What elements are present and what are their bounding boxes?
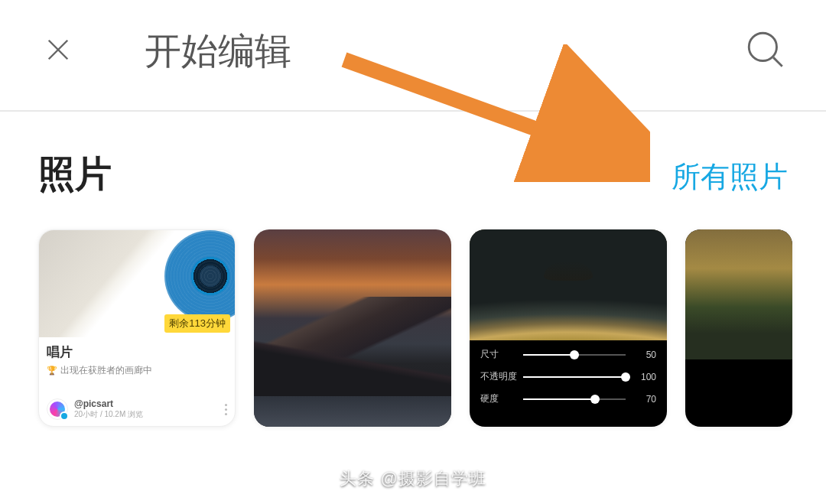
time-remaining-badge: 剩余113分钟 [164,314,230,333]
all-photos-link[interactable]: 所有照片 [672,158,788,197]
header-bar: 开始编辑 [0,0,826,112]
svg-line-3 [773,57,782,67]
photos-section-header: 照片 所有照片 [0,112,826,229]
card-image [685,229,792,359]
slider-label: 硬度 [480,392,514,405]
search-icon[interactable] [743,28,788,75]
slider-value: 100 [635,372,656,382]
photo-card-record[interactable]: 剩余113分钟 唱片 🏆 出现在获胜者的画廊中 @picsart 20小时 / … [38,229,236,427]
close-icon[interactable] [42,34,74,69]
verified-badge-icon [60,411,69,421]
slider-track[interactable] [523,398,626,400]
user-info: @picsart 20小时 / 10.2M 浏览 [74,398,143,420]
slider-opacity[interactable]: 不透明度 100 [480,370,656,383]
more-icon[interactable] [225,404,227,415]
card-footer: @picsart 20小时 / 10.2M 浏览 [39,391,235,426]
watermark: 头条 @摄影自学班 [340,467,486,490]
trophy-icon: 🏆 [47,366,57,376]
slider-track[interactable] [523,376,626,378]
avatar[interactable] [47,398,68,420]
photo-row: 剩余113分钟 唱片 🏆 出现在获胜者的画廊中 @picsart 20小时 / … [0,229,826,427]
slider-hardness[interactable]: 硬度 70 [480,392,656,405]
card-subtitle: 🏆 出现在获胜者的画廊中 [47,364,227,377]
mountain-shape [254,297,451,396]
card-image [470,229,667,340]
section-title: 照片 [38,150,112,199]
lake-shape [254,396,451,427]
photo-card-mountain[interactable] [254,229,451,427]
slider-label: 尺寸 [480,348,514,361]
slider-value: 70 [635,394,656,405]
card-body: 唱片 🏆 出现在获胜者的画廊中 [39,337,235,377]
header-left: 开始编辑 [42,27,291,76]
vinyl-icon [164,230,235,322]
card-image: 剩余113分钟 [39,230,235,337]
card-title: 唱片 [47,343,227,361]
username: @picsart [74,398,143,409]
slider-panel: 尺寸 50 不透明度 100 硬度 [470,340,667,422]
slider-label: 不透明度 [480,370,514,383]
page-title: 开始编辑 [145,27,291,76]
user-meta: 20小时 / 10.2M 浏览 [74,409,143,420]
slider-value: 50 [635,350,656,360]
slider-track[interactable] [523,354,626,356]
photo-card-landscape[interactable] [685,229,792,427]
card-subtitle-text: 出现在获胜者的画廊中 [60,364,152,377]
photo-card-editing[interactable]: 尺寸 50 不透明度 100 硬度 [470,229,667,427]
slider-size[interactable]: 尺寸 50 [480,348,656,361]
svg-point-2 [749,33,776,60]
